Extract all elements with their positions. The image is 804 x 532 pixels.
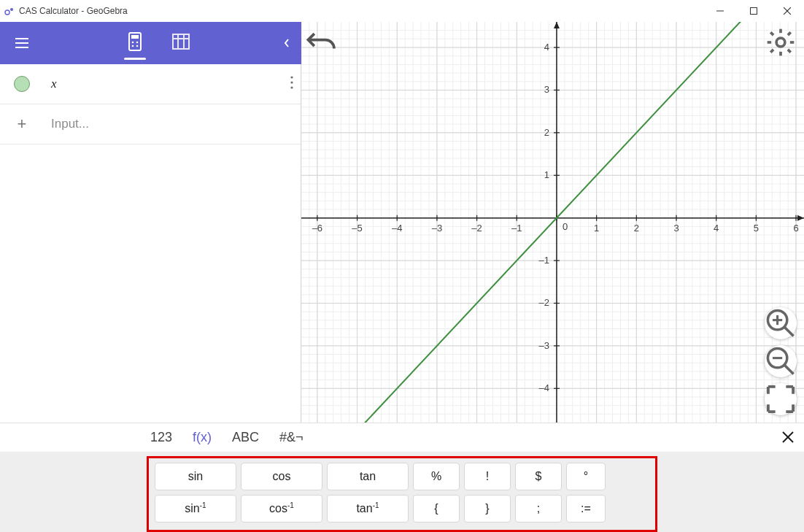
algebra-input[interactable]: Input... — [44, 117, 301, 131]
keyboard-key-grid: sincostan%!$°sin-1cos-1tan-1{};:= — [147, 456, 657, 532]
svg-point-14 — [136, 45, 138, 47]
svg-text:–1: –1 — [538, 255, 549, 266]
svg-text:–5: –5 — [352, 223, 362, 234]
svg-text:2: 2 — [634, 223, 639, 234]
key-cos[interactable]: cos — [241, 463, 322, 490]
svg-line-206 — [788, 50, 791, 53]
collapse-left-button[interactable] — [272, 22, 301, 64]
svg-rect-3 — [751, 8, 757, 15]
svg-line-199 — [301, 22, 804, 423]
keyboard-tabs: 123 f(x) ABC #&¬ — [0, 423, 804, 452]
key-[interactable]: ; — [515, 495, 562, 523]
keyboard-close-button[interactable] — [782, 428, 794, 447]
svg-text:–3: –3 — [432, 223, 442, 234]
algebra-row[interactable]: x — [0, 64, 301, 104]
svg-line-205 — [770, 32, 773, 35]
svg-rect-15 — [173, 34, 189, 49]
svg-text:1: 1 — [544, 169, 549, 180]
keyboard-tab-abc[interactable]: ABC — [232, 430, 259, 445]
zoom-out-button[interactable] — [765, 345, 797, 377]
svg-text:4: 4 — [544, 42, 549, 53]
svg-line-207 — [788, 32, 791, 35]
svg-point-11 — [131, 42, 134, 44]
key-[interactable]: ! — [464, 463, 511, 490]
graphics-settings-button[interactable] — [765, 26, 797, 58]
key-[interactable]: ° — [566, 463, 606, 490]
virtual-keyboard: 123 f(x) ABC #&¬ sincostan%!$°sin-1cos-1… — [0, 423, 804, 532]
window-title: CAS Calculator - GeoGebra — [19, 6, 703, 16]
key-cos[interactable]: cos-1 — [241, 495, 322, 523]
key-[interactable]: { — [413, 495, 460, 523]
svg-point-13 — [131, 45, 134, 47]
svg-point-200 — [776, 38, 785, 47]
svg-text:4: 4 — [714, 223, 719, 234]
svg-text:–4: –4 — [538, 382, 549, 393]
svg-text:0: 0 — [563, 221, 568, 232]
keyboard-tab-sym[interactable]: #&¬ — [279, 430, 304, 445]
svg-point-0 — [5, 10, 9, 15]
key-tan[interactable]: tan — [327, 463, 409, 490]
svg-text:–4: –4 — [392, 223, 402, 234]
left-toolbar — [0, 22, 301, 64]
svg-text:–1: –1 — [511, 223, 522, 234]
svg-point-12 — [136, 42, 138, 44]
svg-text:–2: –2 — [471, 223, 482, 234]
key-[interactable]: } — [464, 495, 511, 523]
svg-rect-10 — [131, 35, 139, 39]
svg-point-20 — [290, 81, 293, 83]
svg-line-210 — [785, 328, 794, 336]
svg-marker-155 — [797, 215, 804, 221]
algebra-input-row[interactable]: + Input... — [0, 104, 301, 144]
table-icon — [172, 34, 190, 53]
menu-button[interactable] — [0, 22, 44, 64]
view-algebra-tab[interactable] — [127, 22, 143, 64]
svg-point-19 — [290, 76, 293, 78]
svg-point-1 — [10, 8, 13, 11]
svg-text:1: 1 — [594, 223, 599, 234]
app-icon — [4, 6, 15, 16]
key-tan[interactable]: tan-1 — [327, 495, 409, 523]
key-sin[interactable]: sin — [155, 463, 236, 490]
key-[interactable]: % — [413, 463, 460, 490]
svg-text:6: 6 — [793, 223, 798, 234]
key-[interactable]: := — [566, 495, 606, 523]
graphics-canvas[interactable]: –6–5–4–3–2–11234560–4–3–2–11234 — [301, 22, 804, 423]
keyboard-tab-fx[interactable]: f(x) — [193, 430, 212, 445]
window-close-button[interactable] — [770, 0, 804, 22]
svg-line-208 — [770, 50, 773, 53]
view-table-tab[interactable] — [172, 22, 190, 64]
window-controls — [703, 0, 804, 22]
row-more-button[interactable] — [290, 76, 293, 92]
svg-text:2: 2 — [544, 127, 549, 138]
plus-icon: + — [18, 115, 27, 134]
keyboard-tab-123[interactable]: 123 — [150, 430, 172, 445]
svg-text:–3: –3 — [538, 340, 549, 351]
visibility-marble[interactable] — [14, 76, 30, 92]
svg-text:5: 5 — [754, 223, 759, 234]
calculator-icon — [127, 32, 143, 54]
svg-line-214 — [785, 366, 794, 374]
undo-button[interactable] — [306, 26, 338, 58]
svg-text:3: 3 — [673, 223, 679, 234]
zoom-in-button[interactable] — [765, 307, 797, 339]
window-minimize-button[interactable] — [703, 0, 737, 22]
graphics-view[interactable]: –6–5–4–3–2–11234560–4–3–2–11234 — [301, 22, 804, 423]
svg-marker-156 — [554, 22, 560, 28]
key-[interactable]: $ — [515, 463, 562, 490]
algebra-expression[interactable]: x — [44, 77, 301, 91]
svg-text:–6: –6 — [312, 223, 322, 234]
svg-point-21 — [290, 86, 293, 88]
window-maximize-button[interactable] — [737, 0, 770, 22]
home-zoom-button[interactable] — [765, 383, 797, 415]
svg-text:–2: –2 — [538, 297, 549, 308]
svg-text:3: 3 — [544, 84, 549, 95]
key-sin[interactable]: sin-1 — [155, 495, 236, 523]
window-titlebar: CAS Calculator - GeoGebra — [0, 0, 804, 22]
